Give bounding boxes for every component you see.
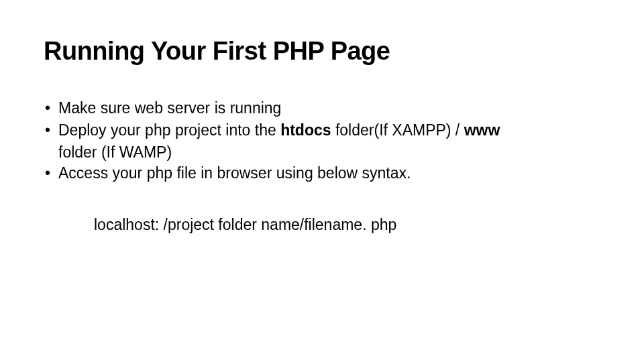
bullet-item: Deploy your php project into the htdocs … <box>44 120 600 141</box>
syntax-example: localhost: /project folder name/filename… <box>94 216 600 234</box>
bullet-list: Make sure web server is running Deploy y… <box>44 98 600 141</box>
bold-text: htdocs <box>280 121 331 139</box>
bullet-list: Access your php file in browser using be… <box>44 163 600 184</box>
bullet-continuation: folder (If WAMP) <box>44 142 600 163</box>
slide-title: Running Your First PHP Page <box>44 37 600 66</box>
bullet-item: Access your php file in browser using be… <box>44 163 600 184</box>
bold-text: www <box>464 121 500 139</box>
bullet-item: Make sure web server is running <box>44 98 600 119</box>
bullet-text: Deploy your php project into the <box>58 121 280 139</box>
bullet-text: folder(If XAMPP) / <box>331 121 464 139</box>
